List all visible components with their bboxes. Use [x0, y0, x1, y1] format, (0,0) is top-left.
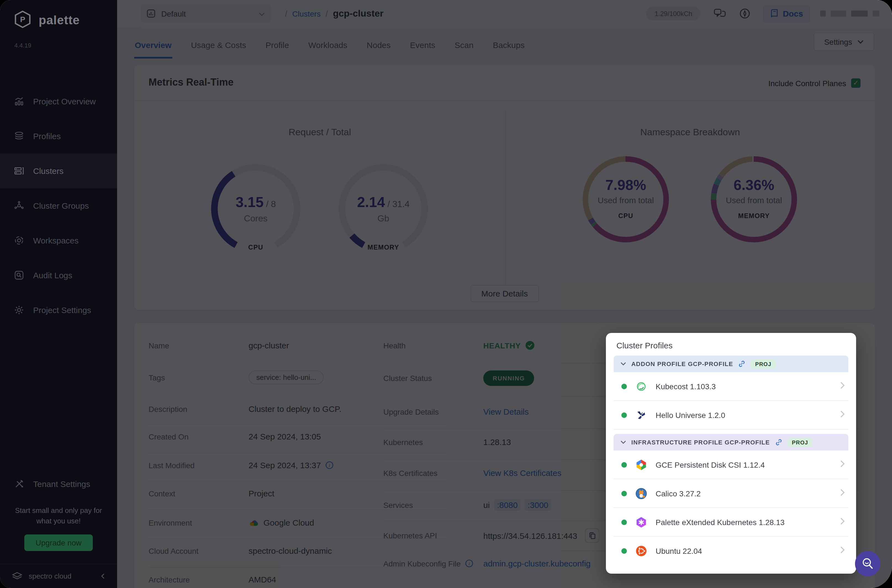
gce-persistent-disk-logo-icon	[635, 458, 648, 471]
profile-item-kubecost[interactable]: Kubecost 1.103.3	[614, 372, 848, 401]
chevron-right-icon	[840, 517, 845, 527]
status-dot-icon	[622, 490, 627, 496]
hello-universe-logo-icon	[635, 408, 648, 422]
search-fab-button[interactable]	[855, 551, 880, 576]
infrastructure-profile-header[interactable]: INFRASTRUCTURE PROFILE GCP-PROFILE PROJ	[614, 434, 848, 450]
app-window: P palette 4.4.19 Project Overview Profil…	[0, 0, 892, 588]
profile-item-palette-extended-kubernetes[interactable]: Palette eXtended Kubernetes 1.28.13	[614, 508, 848, 537]
link-icon	[775, 438, 782, 446]
chevron-right-icon	[840, 546, 845, 556]
pxk-logo-icon	[635, 515, 648, 529]
chevron-down-icon	[620, 362, 626, 366]
magnifier-smile-icon	[860, 556, 875, 571]
profile-item-hello-universe[interactable]: Hello Universe 1.2.0	[614, 401, 848, 429]
chevron-right-icon	[840, 410, 845, 420]
status-dot-icon	[622, 548, 627, 554]
status-dot-icon	[622, 519, 627, 525]
proj-scope-badge: PROJ	[751, 359, 776, 369]
status-dot-icon	[622, 412, 627, 418]
link-icon	[738, 360, 746, 368]
chevron-down-icon	[620, 440, 626, 444]
chevron-right-icon	[840, 381, 845, 391]
calico-logo-icon	[635, 487, 648, 500]
profile-item-calico[interactable]: Calico 3.27.2	[614, 479, 848, 508]
ubuntu-logo-icon	[635, 544, 648, 558]
profile-item-gce-persistent-disk[interactable]: GCE Persistent Disk CSI 1.12.4	[614, 450, 848, 479]
status-dot-icon	[622, 384, 627, 389]
status-dot-icon	[622, 462, 627, 467]
chevron-right-icon	[840, 460, 845, 470]
kubecost-logo-icon	[635, 380, 648, 393]
addon-profile-header[interactable]: ADDON PROFILE GCP-PROFILE PROJ	[614, 356, 848, 372]
cluster-profiles-title: Cluster Profiles	[616, 340, 848, 350]
profile-item-ubuntu[interactable]: Ubuntu 22.04	[614, 537, 848, 566]
proj-scope-badge: PROJ	[788, 438, 812, 447]
cluster-profiles-panel: Cluster Profiles ADDON PROFILE GCP-PROFI…	[606, 333, 856, 574]
chevron-right-icon	[840, 488, 845, 498]
